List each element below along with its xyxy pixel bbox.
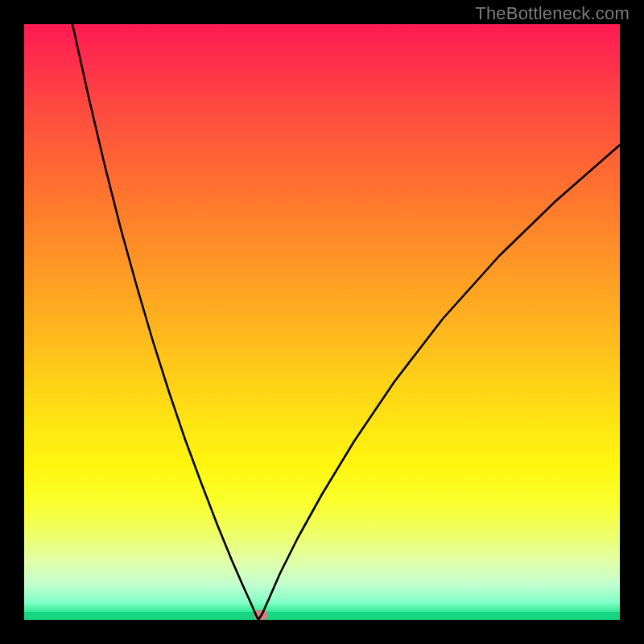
watermark-text: TheBottleneck.com — [475, 3, 630, 24]
curve-svg — [24, 24, 620, 620]
plot-area — [24, 24, 620, 620]
bottleneck-curve — [72, 24, 620, 620]
